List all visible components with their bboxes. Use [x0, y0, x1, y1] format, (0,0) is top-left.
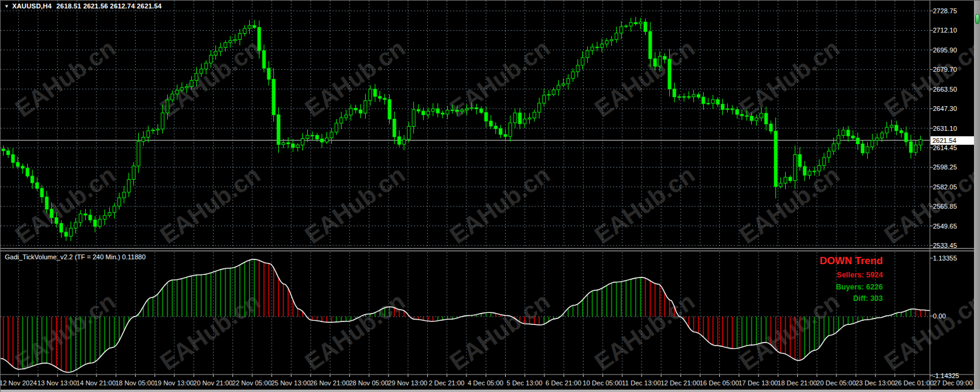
candle-body: [253, 25, 256, 27]
candle-body: [417, 110, 420, 111]
candle-body: [818, 165, 821, 171]
candle-body: [856, 138, 859, 144]
time-axis-label: 17 Dec 13:00: [739, 379, 778, 387]
candle-body: [354, 108, 357, 110]
time-axis-label: 29 Nov 13:00: [388, 379, 427, 387]
candle-body: [243, 28, 246, 33]
candle-body: [427, 111, 430, 115]
candle-body: [765, 113, 768, 124]
candle-body: [132, 166, 135, 179]
candle-body: [518, 113, 521, 124]
candle-body: [412, 110, 415, 127]
candle-body: [456, 110, 459, 111]
candle-body: [209, 55, 212, 63]
candle-body: [171, 94, 174, 100]
candle-body: [784, 177, 787, 183]
candle-body: [345, 115, 348, 118]
candle-body: [89, 215, 92, 220]
candle-body: [374, 89, 377, 96]
time-axis-label: 2 Dec 21:00: [428, 379, 464, 387]
candle-body: [625, 26, 628, 27]
candle-body: [489, 121, 492, 126]
scrollbar-thumb[interactable]: [975, 14, 979, 24]
candle-body: [65, 232, 68, 236]
candle-body: [789, 177, 792, 181]
candle-body: [103, 215, 106, 219]
candle-body: [301, 139, 304, 145]
time-axis-label: 16 Dec 05:00: [699, 379, 739, 387]
candle-body: [837, 136, 840, 144]
candle-body: [750, 116, 753, 121]
candle-body: [16, 162, 19, 166]
candle-body: [504, 134, 507, 136]
candle-body: [610, 40, 613, 41]
candle-body: [113, 206, 116, 213]
trend-direction-label: DOWN Trend: [819, 256, 883, 266]
candle-body: [349, 108, 352, 115]
candle-body: [692, 95, 695, 97]
candle-body: [446, 110, 449, 114]
time-axis-label: 22 Nov 05:00: [232, 379, 272, 387]
candle-body: [890, 125, 893, 127]
time-axis-label: 25 Nov 13:00: [271, 379, 310, 387]
candle-body: [740, 115, 743, 116]
candle-body: [673, 89, 676, 97]
candle-body: [591, 47, 594, 51]
vertical-scrollbar[interactable]: [974, 1, 980, 390]
candle-body: [282, 143, 285, 145]
candle-body: [779, 183, 782, 187]
candle-body: [272, 79, 275, 115]
candle-body: [571, 72, 574, 78]
candle-body: [475, 108, 478, 109]
candle-body: [69, 228, 72, 236]
main-chart[interactable]: EAHub.cnEAHub.cnEAHub.cnEAHub.cnEAHub.cn…: [1, 1, 980, 392]
candle-body: [205, 63, 208, 69]
symbol-dropdown-icon[interactable]: ▼: [4, 4, 9, 9]
price-axis-label: 2647.30: [933, 105, 957, 112]
candle-body: [736, 110, 739, 115]
candle-body: [822, 157, 826, 165]
candle-body: [711, 100, 714, 103]
candle-body: [335, 123, 338, 132]
candle-body: [697, 95, 700, 97]
candle-body: [663, 56, 666, 59]
candle-body: [567, 78, 570, 84]
candle-body: [480, 109, 483, 112]
candle-body: [605, 41, 608, 44]
candle-body: [147, 131, 150, 138]
price-axis-label: 2565.85: [933, 203, 957, 210]
candle-body: [861, 144, 864, 153]
ohlc-values: 2618.51 2621.56 2612.74 2621.54: [57, 2, 162, 10]
time-axis-label: 18 Dec 21:00: [777, 379, 816, 387]
candle-body: [895, 125, 898, 131]
candle-body: [234, 40, 237, 41]
candle-body: [398, 137, 401, 144]
candle-body: [161, 113, 164, 129]
candle-body: [774, 131, 777, 186]
candle-body: [137, 141, 140, 166]
candle-body: [267, 68, 270, 79]
candle-body: [180, 87, 183, 90]
candle-body: [60, 223, 63, 232]
candle-body: [238, 34, 241, 40]
candle-body: [84, 214, 87, 215]
candle-body: [726, 109, 729, 109]
window-resize-bar: [1, 390, 980, 392]
candle-body: [31, 176, 34, 183]
candle-body: [393, 119, 396, 137]
candle-body: [731, 109, 734, 109]
candle-body: [378, 96, 381, 98]
candle-body: [470, 108, 473, 109]
candle-body: [224, 43, 227, 48]
candle-body: [716, 100, 719, 104]
candle-body: [798, 154, 801, 166]
candle-body: [248, 25, 251, 28]
candle-body: [195, 74, 198, 80]
candle-body: [808, 171, 811, 175]
candle-body: [262, 51, 266, 68]
candle-body: [847, 130, 850, 136]
candle-body: [369, 89, 372, 101]
candle-body: [842, 130, 845, 136]
price-axis-label: 2679.70: [933, 66, 957, 73]
candle-body: [320, 139, 323, 142]
